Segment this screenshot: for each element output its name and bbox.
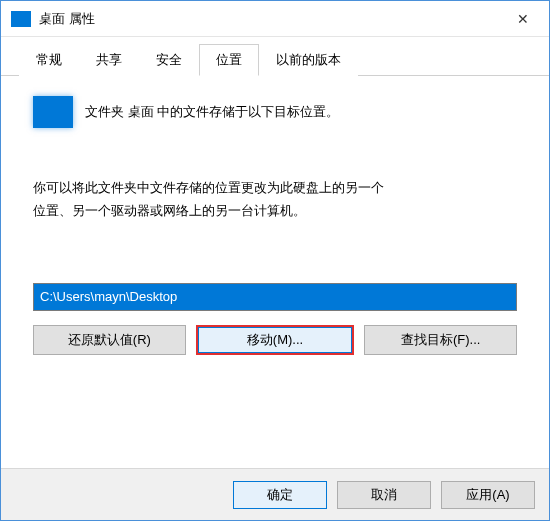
properties-dialog: 桌面 属性 ✕ 常规 共享 安全 位置 以前的版本 文件夹 桌面 中的文件存储于… [1, 1, 549, 520]
find-target-button[interactable]: 查找目标(F)... [364, 325, 517, 355]
titlebar: 桌面 属性 ✕ [1, 1, 549, 37]
move-button[interactable]: 移动(M)... [196, 325, 355, 355]
description-row: 文件夹 桌面 中的文件存储于以下目标位置。 [33, 96, 517, 128]
info-line-2: 位置、另一个驱动器或网络上的另一台计算机。 [33, 203, 306, 218]
tab-sharing[interactable]: 共享 [79, 44, 139, 76]
cancel-button[interactable]: 取消 [337, 481, 431, 509]
close-icon: ✕ [517, 11, 529, 27]
window-title: 桌面 属性 [39, 10, 503, 28]
tab-content: 文件夹 桌面 中的文件存储于以下目标位置。 你可以将此文件夹中文件存储的位置更改… [1, 76, 549, 468]
description-text: 文件夹 桌面 中的文件存储于以下目标位置。 [85, 103, 339, 121]
folder-desktop-icon [33, 96, 73, 128]
dialog-footer: 确定 取消 应用(A) [1, 468, 549, 520]
action-button-row: 还原默认值(R) 移动(M)... 查找目标(F)... [33, 325, 517, 355]
tab-general[interactable]: 常规 [19, 44, 79, 76]
info-text: 你可以将此文件夹中文件存储的位置更改为此硬盘上的另一个 位置、另一个驱动器或网络… [33, 176, 517, 223]
close-button[interactable]: ✕ [503, 4, 543, 34]
ok-button[interactable]: 确定 [233, 481, 327, 509]
desktop-icon [11, 11, 31, 27]
tab-bar: 常规 共享 安全 位置 以前的版本 [1, 37, 549, 76]
apply-button[interactable]: 应用(A) [441, 481, 535, 509]
path-input[interactable] [33, 283, 517, 311]
restore-default-button[interactable]: 还原默认值(R) [33, 325, 186, 355]
tab-previous-versions[interactable]: 以前的版本 [259, 44, 358, 76]
tab-location[interactable]: 位置 [199, 44, 259, 76]
info-line-1: 你可以将此文件夹中文件存储的位置更改为此硬盘上的另一个 [33, 180, 384, 195]
tab-security[interactable]: 安全 [139, 44, 199, 76]
